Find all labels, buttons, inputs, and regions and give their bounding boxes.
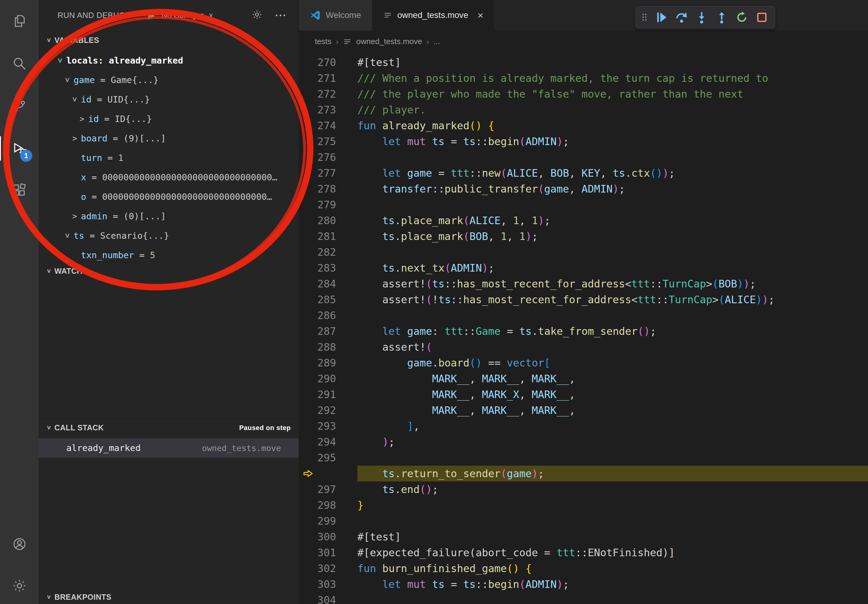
code-text[interactable] <box>357 513 868 529</box>
code-text[interactable]: #[test] <box>357 54 868 70</box>
stop-button[interactable] <box>752 8 771 27</box>
sidebar-item-explorer[interactable] <box>0 6 39 36</box>
code-text[interactable]: fun burn_unfinished_game() { <box>357 561 868 576</box>
line-number[interactable]: 304 <box>299 592 357 604</box>
breadcrumb-item-symbol[interactable]: ... <box>433 37 440 46</box>
line-number[interactable]: 283 <box>299 260 357 276</box>
start-debug-button[interactable]: ▶ <box>148 10 155 21</box>
code-text[interactable]: MARK__, MARK__, MARK__, <box>357 403 868 418</box>
variable-row-game[interactable]: >game = Game{...} <box>39 70 299 90</box>
line-number[interactable]: 270 <box>299 54 357 70</box>
code-text[interactable]: assert!(!ts::has_most_recent_for_address… <box>357 292 868 307</box>
line-number[interactable]: 295 <box>299 450 357 466</box>
code-text[interactable]: assert!(ts::has_most_recent_for_address<… <box>357 276 868 292</box>
debug-config-dropdown[interactable]: No Configur > <box>161 11 215 20</box>
tab-welcome[interactable]: Welcome <box>299 0 372 30</box>
line-number[interactable]: 289 <box>299 355 357 371</box>
drag-grip-icon[interactable] <box>642 14 648 21</box>
line-number[interactable]: 290 <box>299 371 357 387</box>
line-number[interactable]: 284 <box>299 276 357 292</box>
debug-settings-button[interactable] <box>251 9 262 21</box>
variable-row-x[interactable]: x = 00000000000000000000000000000000… <box>39 167 299 187</box>
line-number[interactable]: 287 <box>299 323 357 339</box>
code-text[interactable]: transfer::public_transfer(game, ADMIN); <box>357 181 868 197</box>
variable-row-o[interactable]: o = 0000000000000000000000000000000… <box>39 187 299 206</box>
line-number[interactable]: 271 <box>299 70 357 86</box>
line-number[interactable]: 301 <box>299 545 357 561</box>
step-into-button[interactable] <box>692 8 711 27</box>
code-text[interactable] <box>357 592 868 604</box>
step-out-button[interactable] <box>712 8 731 27</box>
variables-section-header[interactable]: > VARIABLES <box>39 31 299 49</box>
line-number[interactable]: 285 <box>299 292 357 307</box>
line-number[interactable]: 282 <box>299 244 357 260</box>
sidebar-item-run-and-debug[interactable]: 1 <box>0 134 39 163</box>
line-number[interactable]: 276 <box>299 149 357 165</box>
code-text[interactable] <box>357 307 868 323</box>
code-text[interactable]: let mut ts = ts::begin(ADMIN); <box>357 133 868 149</box>
line-number[interactable]: 296 <box>299 466 357 482</box>
line-number[interactable]: 297 <box>299 482 357 497</box>
line-number[interactable]: 299 <box>299 513 357 529</box>
code-text[interactable]: ts.end(); <box>357 482 868 497</box>
variable-row-id[interactable]: >id = UID{...} <box>39 90 299 109</box>
more-actions-icon[interactable]: ··· <box>275 10 287 21</box>
line-number[interactable]: 300 <box>299 529 357 545</box>
sidebar-item-extensions[interactable] <box>0 176 39 205</box>
expander-icon[interactable]: > <box>68 134 81 143</box>
expander-icon[interactable]: > <box>63 229 72 242</box>
code-text[interactable] <box>357 244 868 260</box>
line-number[interactable]: 280 <box>299 212 357 228</box>
variable-row-board[interactable]: >board = (9)[...] <box>39 129 299 148</box>
code-text[interactable]: assert!( <box>357 339 868 355</box>
breadcrumb-item-file[interactable]: owned_tests.move <box>356 37 422 46</box>
sidebar-item-source-control[interactable] <box>0 91 39 120</box>
line-number[interactable]: 293 <box>299 418 357 434</box>
account-button[interactable] <box>0 530 39 559</box>
line-number[interactable]: 291 <box>299 387 357 403</box>
step-over-button[interactable] <box>672 8 691 27</box>
code-text[interactable]: MARK__, MARK__, MARK__, <box>357 371 868 387</box>
line-number[interactable]: 292 <box>299 403 357 418</box>
continue-button[interactable] <box>652 8 671 27</box>
line-number[interactable]: 303 <box>299 576 357 592</box>
restart-button[interactable] <box>732 8 751 27</box>
line-number[interactable]: 275 <box>299 133 357 149</box>
code-text[interactable]: let game = ttt::new(ALICE, BOB, KEY, ts.… <box>357 165 868 181</box>
close-icon[interactable]: × <box>477 10 484 20</box>
code-text[interactable]: ts.place_mark(BOB, 1, 1); <box>357 228 868 244</box>
line-number[interactable]: 279 <box>299 197 357 212</box>
expander-icon[interactable]: > <box>70 93 79 106</box>
code-text[interactable]: ], <box>357 418 868 434</box>
line-number[interactable]: 274 <box>299 118 357 133</box>
tab-owned-tests-move[interactable]: owned_tests.move × <box>372 0 494 30</box>
line-number[interactable]: 278 <box>299 181 357 197</box>
watch-section-header[interactable]: > WATCH <box>39 262 299 280</box>
settings-button[interactable] <box>0 571 39 600</box>
line-number[interactable]: 281 <box>299 228 357 244</box>
code-text[interactable]: fun already_marked() { <box>357 118 868 133</box>
line-number[interactable]: 273 <box>299 102 357 118</box>
line-number[interactable]: 302 <box>299 561 357 576</box>
line-number[interactable]: 298 <box>299 497 357 513</box>
code-text[interactable]: } <box>357 497 868 513</box>
code-text[interactable]: /// the player who made the "false" move… <box>357 86 868 102</box>
expander-icon[interactable]: > <box>76 115 88 124</box>
variable-row-id[interactable]: >id = ID{...} <box>39 109 299 129</box>
line-number[interactable]: 277 <box>299 165 357 181</box>
code-text[interactable]: let mut ts = ts::begin(ADMIN); <box>357 576 868 592</box>
breakpoints-section-header[interactable]: > BREAKPOINTS <box>39 588 299 604</box>
line-number[interactable]: 286 <box>299 307 357 323</box>
code-text[interactable]: #[test] <box>357 529 868 545</box>
code-text[interactable]: /// When a position is already marked, t… <box>357 70 868 86</box>
variable-row-turn[interactable]: turn = 1 <box>39 148 299 167</box>
variable-row-scope[interactable]: >locals: already_marked <box>39 51 299 70</box>
line-number[interactable]: 294 <box>299 434 357 450</box>
code-text[interactable]: ); <box>357 434 868 450</box>
code-text[interactable]: ts.return_to_sender(game); <box>357 466 868 482</box>
sidebar-item-search[interactable] <box>0 49 39 78</box>
code-text[interactable] <box>357 149 868 165</box>
code-text[interactable]: #[expected_failure(abort_code = ttt::ENo… <box>357 545 868 561</box>
code-text[interactable]: /// player. <box>357 102 868 118</box>
expander-icon[interactable]: > <box>68 212 81 221</box>
